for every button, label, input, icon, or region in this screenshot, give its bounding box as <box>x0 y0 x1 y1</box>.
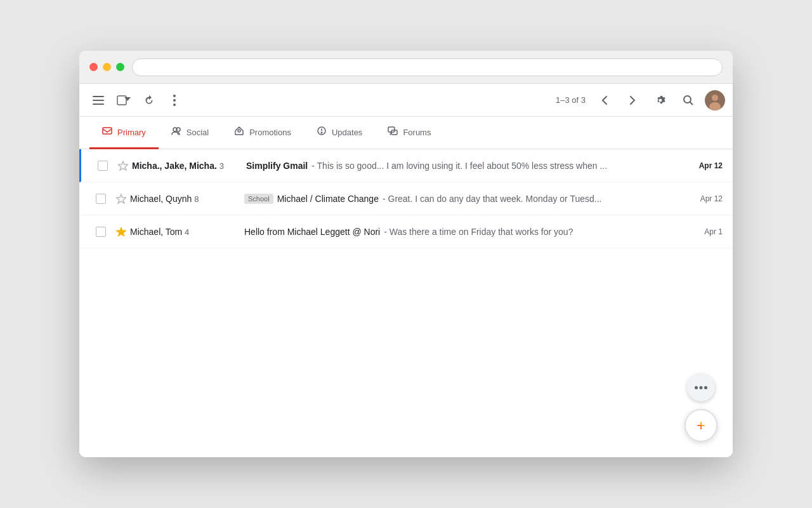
social-icon <box>171 126 181 138</box>
svg-point-11 <box>712 95 718 101</box>
forums-icon <box>388 126 398 138</box>
email-subject-3: Hello from Michael Leggett @ Nori <box>244 227 380 237</box>
svg-point-16 <box>238 130 240 132</box>
svg-marker-23 <box>116 194 126 203</box>
subject-col-3: Hello from Michael Leggett @ Nori - Was … <box>244 227 684 237</box>
title-bar <box>79 51 733 84</box>
svg-marker-22 <box>118 161 128 170</box>
address-bar[interactable] <box>132 58 723 76</box>
sender-col-3: Michael, Tom 4 <box>130 227 244 237</box>
traffic-lights <box>89 63 124 71</box>
email-date-1: Apr 12 <box>684 161 723 170</box>
svg-point-6 <box>173 99 176 102</box>
email-list: Micha., Jake, Micha. 3 Simplify Gmail - … <box>79 149 733 457</box>
tab-promotions[interactable]: Promotions <box>221 117 304 149</box>
checkbox-col-1 <box>91 161 114 171</box>
email-checkbox-1[interactable] <box>98 161 108 171</box>
prev-page-button[interactable] <box>593 89 616 112</box>
email-checkbox-3[interactable] <box>96 227 106 237</box>
email-count-3: 4 <box>185 227 189 237</box>
svg-point-25 <box>695 386 698 389</box>
select-button[interactable] <box>112 89 135 112</box>
sender-name-1: Micha., Jake, Micha. <box>132 161 217 171</box>
email-count-2: 8 <box>194 194 199 204</box>
email-snippet-2: - Great. I can do any day that week. Mon… <box>383 194 602 204</box>
tab-forums-label: Forums <box>403 128 431 137</box>
tab-primary[interactable]: Primary <box>89 117 159 149</box>
svg-point-27 <box>704 386 707 389</box>
svg-rect-13 <box>103 128 112 134</box>
more-options-button[interactable] <box>163 89 186 112</box>
subject-col-2: School Michael / Climate Change - Great.… <box>244 194 684 204</box>
email-badge-2: School <box>244 194 273 204</box>
star-col-1[interactable] <box>114 161 132 171</box>
updates-icon <box>317 126 327 138</box>
svg-point-26 <box>700 386 703 389</box>
tab-forums[interactable]: Forums <box>375 117 443 149</box>
svg-point-19 <box>321 132 322 133</box>
tab-social-label: Social <box>187 128 209 137</box>
email-snippet-3: - Was there a time on Friday that works … <box>384 227 573 237</box>
svg-rect-2 <box>93 104 104 105</box>
menu-button[interactable] <box>87 89 110 112</box>
toolbar-left <box>87 89 186 112</box>
sender-name-3: Michael, Tom <box>130 227 182 237</box>
subject-col-1: Simplify Gmail - This is so good... I am… <box>246 161 684 171</box>
tab-updates[interactable]: Updates <box>304 117 375 149</box>
svg-point-5 <box>173 95 176 97</box>
table-row[interactable]: Michael, Quynh 8 School Michael / Climat… <box>79 182 733 215</box>
sender-col-2: Michael, Quynh 8 <box>130 194 244 204</box>
email-subject-1: Simplify Gmail <box>246 161 308 171</box>
checkbox-col-3 <box>89 227 112 237</box>
settings-button[interactable] <box>649 89 672 112</box>
fab-area: + <box>684 373 717 442</box>
browser-window: 1–3 of 3 <box>79 51 733 457</box>
svg-line-9 <box>690 102 693 105</box>
close-button[interactable] <box>89 63 98 71</box>
svg-point-8 <box>684 96 691 103</box>
avatar[interactable] <box>705 90 725 110</box>
svg-rect-0 <box>93 96 104 97</box>
tab-primary-label: Primary <box>117 128 146 137</box>
sender-name-2: Michael, Quynh <box>130 194 192 204</box>
email-subject-2: Michael / Climate Change <box>277 194 379 204</box>
compose-plus-icon: + <box>697 417 705 434</box>
pagination-text: 1–3 of 3 <box>556 95 586 105</box>
gmail-content: Primary Social <box>79 117 733 457</box>
maximize-button[interactable] <box>116 63 124 71</box>
gmail-toolbar: 1–3 of 3 <box>79 84 733 117</box>
email-checkbox-2[interactable] <box>96 194 106 204</box>
email-count-1: 3 <box>219 161 224 171</box>
search-button[interactable] <box>677 89 700 112</box>
fab-compose-button[interactable]: + <box>684 409 717 442</box>
table-row[interactable]: Micha., Jake, Micha. 3 Simplify Gmail - … <box>79 149 733 182</box>
email-date-2: Apr 12 <box>684 194 723 203</box>
email-snippet-1: - This is so good... I am loving using i… <box>311 161 607 171</box>
star-col-2[interactable] <box>112 194 130 204</box>
star-col-3[interactable] <box>112 227 130 237</box>
svg-marker-24 <box>116 227 126 236</box>
promotions-icon <box>234 126 244 138</box>
refresh-button[interactable] <box>138 89 160 112</box>
checkbox-col-2 <box>89 194 112 204</box>
svg-marker-4 <box>124 97 131 101</box>
tabs-bar: Primary Social <box>79 117 733 149</box>
toolbar-right: 1–3 of 3 <box>556 89 725 112</box>
fab-more-button[interactable] <box>687 373 715 401</box>
email-date-3: Apr 1 <box>684 227 723 236</box>
minimize-button[interactable] <box>103 63 111 71</box>
tab-updates-label: Updates <box>332 128 362 137</box>
svg-rect-1 <box>93 100 104 101</box>
table-row[interactable]: Michael, Tom 4 Hello from Michael Legget… <box>79 215 733 248</box>
tab-promotions-label: Promotions <box>249 128 291 137</box>
tab-social[interactable]: Social <box>159 117 221 149</box>
next-page-button[interactable] <box>621 89 644 112</box>
sender-col-1: Micha., Jake, Micha. 3 <box>132 161 246 171</box>
primary-icon <box>102 126 112 138</box>
svg-point-7 <box>173 104 176 106</box>
